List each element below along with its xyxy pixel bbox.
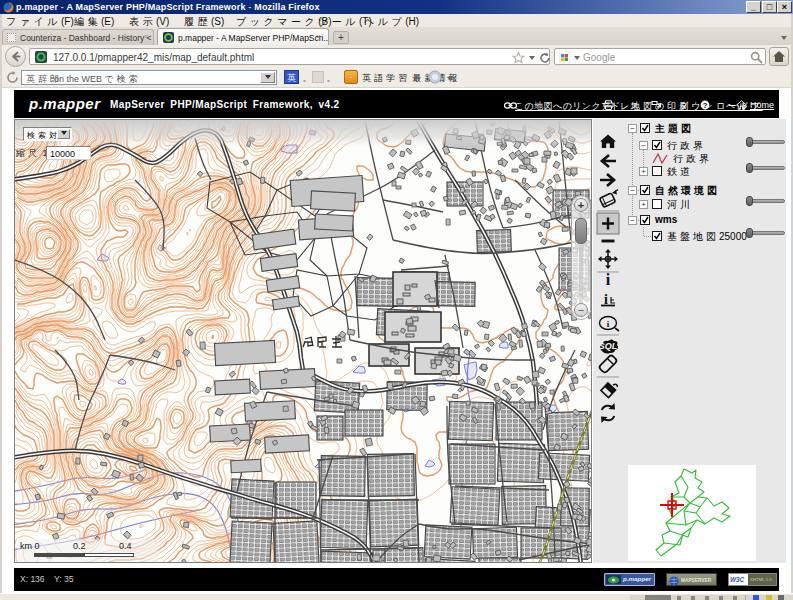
svg-text:i: i [606,271,611,288]
svg-text:i: i [607,319,610,329]
svg-text:SQL: SQL [599,341,618,351]
svg-text:?: ? [703,101,708,110]
